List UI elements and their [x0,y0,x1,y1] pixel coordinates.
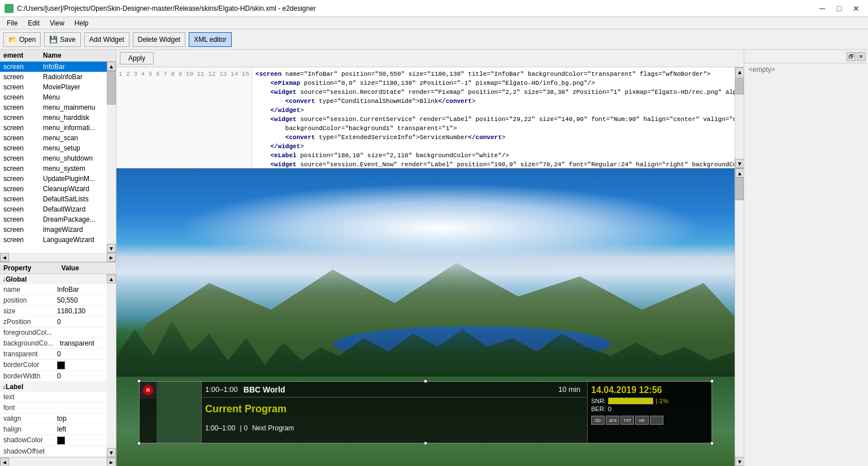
maximize-button[interactable]: □ [832,1,847,16]
list-cell-name: ImageWizard [40,225,107,235]
menu-file[interactable]: File [2,18,22,28]
list-item[interactable]: screenImageWizard [0,225,107,235]
list-cell-type: screen [0,123,40,133]
sel-handle-bl[interactable] [137,442,141,445]
prop-value [54,360,107,370]
add-widget-button[interactable]: Add Widget [84,32,129,47]
list-item[interactable]: screenmenu_setup [0,143,107,153]
xml-section: Apply 1 2 3 4 5 6 7 8 9 10 11 12 13 14 1… [116,50,744,169]
list-cell-type: screen [0,82,40,92]
prop-row[interactable]: transparent0 [0,349,107,360]
scroll-down-btn[interactable]: ▼ [107,244,116,253]
list-item[interactable]: screenDefaultSatLists [0,194,107,204]
prop-hscroll-right[interactable]: ► [107,458,116,466]
list-cell-name: DefaultSatLists [40,194,107,204]
prop-row[interactable]: borderColor [0,360,107,371]
prop-row[interactable]: backgroundCo...transparent [0,338,107,349]
list-item[interactable]: screenmenu_harddisk [0,113,107,123]
list-cell-name: menu_setup [40,143,107,153]
prop-row[interactable]: valigntop [0,413,107,424]
prop-row[interactable]: halignleft [0,424,107,435]
property-hscroll[interactable]: ◄ ► [0,457,116,466]
prop-row[interactable]: shadowColor [0,435,107,446]
menu-edit[interactable]: Edit [23,18,44,28]
list-item[interactable]: screenMoviePlayer [0,82,107,92]
list-item[interactable]: screenMenu [0,92,107,102]
minimize-button[interactable]: ─ [815,1,830,16]
xml-content[interactable]: <screen name="InfoBar" position="50,550"… [252,67,735,168]
prop-name: borderColor [0,360,54,370]
list-item[interactable]: screenmenu_scan [0,133,107,143]
xml-scroll-thumb[interactable] [735,77,744,94]
infobar-main: 1:00–1:00 BBC World 10 min Current Progr… [202,382,587,443]
list-item[interactable]: screenRadioInfoBar [0,72,107,82]
far-right-close-btn[interactable]: ✕ [857,52,866,61]
title-bar: C:/Users/[user]/Projects/OpenSkin-Design… [0,0,868,17]
xml-vscroll[interactable]: ▲ ▼ [735,67,744,168]
save-icon: 💾 [49,36,58,44]
preview-vscroll[interactable]: ▲ ▼ [735,169,744,466]
element-list-hscroll[interactable]: ◄ ► [0,253,116,262]
scroll-thumb[interactable] [107,71,116,105]
rec-indicator: R [140,382,157,399]
list-item[interactable]: screenmenu_system [0,163,107,174]
prop-value: InfoBar [54,284,107,295]
list-item[interactable]: screenInfoBar [0,62,107,72]
element-list-vscroll[interactable]: ▲ ▼ [107,62,116,253]
save-button[interactable]: 💾 Save [44,32,80,47]
list-item[interactable]: screenLanguageWizard [0,235,107,245]
prop-row[interactable]: zPosition0 [0,317,107,327]
far-right-restore-btn[interactable]: 🗗 [847,52,856,61]
hscroll-left-btn[interactable]: ◄ [0,253,9,262]
prop-row[interactable]: shadowOffset [0,446,107,457]
prop-name: shadowOffset [0,446,54,456]
list-item[interactable]: screenDefaultWizard [0,204,107,214]
prop-scroll-up[interactable]: ▲ [107,274,116,283]
prop-name: valign [0,413,54,424]
list-cell-name: menu_system [40,163,107,174]
scroll-up-btn[interactable]: ▲ [107,62,116,71]
prop-row[interactable]: foregroundCol... [0,327,107,338]
prop-row[interactable]: borderWidth0 [0,371,107,382]
snr-bar [608,398,653,404]
list-item[interactable]: screenUpdatePluginM... [0,174,107,184]
prop-scroll-down[interactable]: ▼ [107,448,116,457]
prop-row[interactable]: text [0,392,107,403]
sel-handle-bm[interactable] [424,442,427,445]
preview-scroll-down[interactable]: ▼ [735,457,744,466]
prop-hscroll-left[interactable]: ◄ [0,458,9,466]
xml-scroll-up[interactable]: ▲ [735,67,744,76]
prop-row[interactable]: nameInfoBar [0,284,107,295]
list-item[interactable]: screenmenu_shutdown [0,153,107,163]
sel-handle-br[interactable] [710,442,714,445]
list-item[interactable]: screenmenu_mainmenu [0,102,107,113]
sel-handle-tm[interactable] [424,379,427,383]
sel-handle-tr[interactable] [710,379,714,383]
preview-scroll-up[interactable]: ▲ [735,169,744,178]
snr-row: SNR: |-1% [591,398,708,404]
list-item[interactable]: screenCleanupWizard [0,184,107,194]
list-item[interactable]: screenmenu_informati... [0,123,107,133]
list-item[interactable]: screenDreamPackage... [0,214,107,225]
preview-scroll-thumb[interactable] [735,178,744,200]
delete-widget-button[interactable]: Delete Widget [133,32,185,47]
menu-help[interactable]: Help [70,18,93,28]
xml-scroll-down[interactable]: ▼ [735,159,744,168]
apply-button[interactable]: Apply [120,52,154,64]
element-list-body[interactable]: screenInfoBarscreenRadioInfoBarscreenMov… [0,62,107,253]
signal-info: 14.04.2019 12:56 SNR: |-1% BER: 0 [587,382,711,443]
hscroll-right-btn[interactable]: ► [107,253,116,262]
property-vscroll[interactable]: ▲ ▼ [107,274,116,457]
property-body[interactable]: ↓GlobalnameInfoBarposition50,550size1180… [0,274,107,457]
window-title: C:/Users/[user]/Projects/OpenSkin-Design… [17,5,316,12]
open-button[interactable]: 📂 Open [3,32,41,47]
menu-view[interactable]: View [45,18,69,28]
prop-row[interactable]: font [0,403,107,413]
prop-row[interactable]: position50,550 [0,295,107,306]
prop-name: backgroundCo... [0,338,57,348]
xml-editor-button[interactable]: XML editor [189,32,232,47]
prop-value: top [54,413,107,424]
close-button[interactable]: ✕ [849,1,863,16]
prop-row[interactable]: size1180,130 [0,306,107,317]
cloud-area [178,183,704,273]
